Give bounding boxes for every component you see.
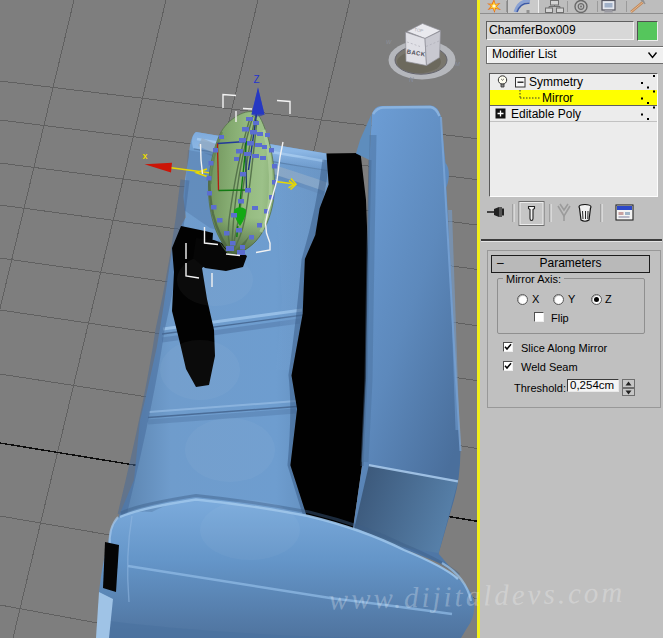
svg-text:N: N [409, 76, 414, 83]
svg-text:W: W [386, 39, 392, 45]
svg-text:M: M [455, 61, 460, 67]
svg-text:Z: Z [254, 74, 260, 85]
svg-text:x: x [143, 151, 148, 161]
